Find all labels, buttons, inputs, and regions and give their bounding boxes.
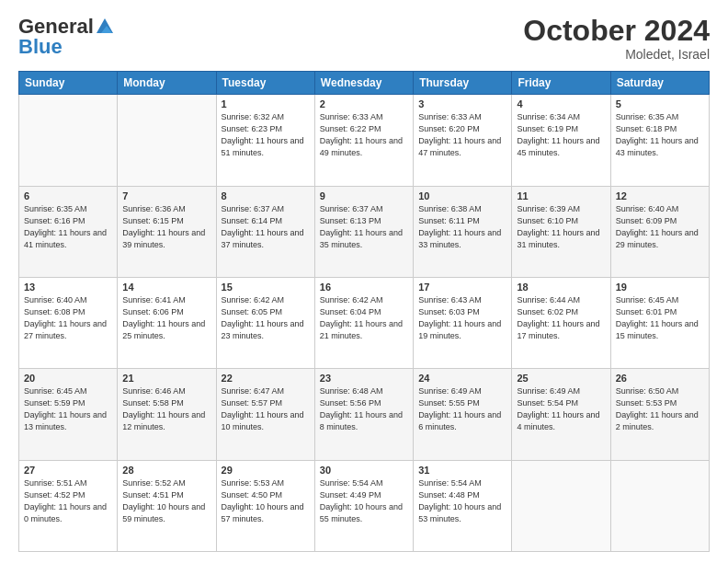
header-saturday: Saturday <box>610 72 709 95</box>
day-cell-18: 17Sunrise: 6:43 AM Sunset: 6:03 PM Dayli… <box>414 277 512 368</box>
day-number: 6 <box>24 190 112 201</box>
day-number: 18 <box>517 282 605 293</box>
day-info: Sunrise: 6:37 AM Sunset: 6:13 PM Dayligh… <box>320 203 408 251</box>
day-cell-10: 9Sunrise: 6:37 AM Sunset: 6:13 PM Daylig… <box>314 186 413 277</box>
day-number: 26 <box>616 373 704 384</box>
day-cell-3: 2Sunrise: 6:33 AM Sunset: 6:22 PM Daylig… <box>314 95 413 186</box>
week-row-4: 20Sunrise: 6:45 AM Sunset: 5:59 PM Dayli… <box>19 369 710 460</box>
day-cell-33 <box>512 460 610 551</box>
day-number: 3 <box>418 98 506 109</box>
day-info: Sunrise: 6:40 AM Sunset: 6:09 PM Dayligh… <box>616 203 704 251</box>
day-cell-4: 3Sunrise: 6:33 AM Sunset: 6:20 PM Daylig… <box>414 95 512 186</box>
day-cell-16: 15Sunrise: 6:42 AM Sunset: 6:05 PM Dayli… <box>216 277 314 368</box>
day-cell-22: 21Sunrise: 6:46 AM Sunset: 5:58 PM Dayli… <box>118 369 216 460</box>
header-monday: Monday <box>118 72 216 95</box>
day-info: Sunrise: 6:50 AM Sunset: 5:53 PM Dayligh… <box>616 385 704 433</box>
day-number: 24 <box>418 373 506 384</box>
day-info: Sunrise: 6:45 AM Sunset: 5:59 PM Dayligh… <box>24 385 112 433</box>
day-cell-19: 18Sunrise: 6:44 AM Sunset: 6:02 PM Dayli… <box>512 277 610 368</box>
day-cell-8: 7Sunrise: 6:36 AM Sunset: 6:15 PM Daylig… <box>118 186 216 277</box>
title-area: October 2024 Moledet, Israel <box>523 15 710 62</box>
day-info: Sunrise: 6:42 AM Sunset: 6:04 PM Dayligh… <box>320 294 408 342</box>
day-info: Sunrise: 6:35 AM Sunset: 6:16 PM Dayligh… <box>24 203 112 251</box>
day-info: Sunrise: 5:54 AM Sunset: 4:48 PM Dayligh… <box>418 477 506 525</box>
day-info: Sunrise: 6:41 AM Sunset: 6:06 PM Dayligh… <box>122 294 210 342</box>
day-number: 29 <box>222 465 310 476</box>
day-info: Sunrise: 6:48 AM Sunset: 5:56 PM Dayligh… <box>320 385 408 433</box>
day-cell-5: 4Sunrise: 6:34 AM Sunset: 6:19 PM Daylig… <box>512 95 610 186</box>
day-number: 4 <box>517 98 605 109</box>
day-info: Sunrise: 6:46 AM Sunset: 5:58 PM Dayligh… <box>122 385 210 433</box>
day-info: Sunrise: 6:36 AM Sunset: 6:15 PM Dayligh… <box>122 203 210 251</box>
day-cell-34 <box>610 460 709 551</box>
day-number: 11 <box>517 190 605 201</box>
day-cell-27: 26Sunrise: 6:50 AM Sunset: 5:53 PM Dayli… <box>610 369 709 460</box>
day-info: Sunrise: 5:51 AM Sunset: 4:52 PM Dayligh… <box>24 477 112 525</box>
day-cell-29: 28Sunrise: 5:52 AM Sunset: 4:51 PM Dayli… <box>118 460 216 551</box>
day-number: 27 <box>24 465 112 476</box>
header-tuesday: Tuesday <box>216 72 314 95</box>
header: General Blue October 2024 Moledet, Israe… <box>18 15 710 62</box>
logo-blue-text: Blue <box>18 35 63 59</box>
week-row-2: 6Sunrise: 6:35 AM Sunset: 6:16 PM Daylig… <box>19 186 710 277</box>
day-info: Sunrise: 6:34 AM Sunset: 6:19 PM Dayligh… <box>517 111 605 159</box>
day-info: Sunrise: 6:40 AM Sunset: 6:08 PM Dayligh… <box>24 294 112 342</box>
logo-icon <box>95 17 115 37</box>
day-info: Sunrise: 6:43 AM Sunset: 6:03 PM Dayligh… <box>418 294 506 342</box>
day-number: 2 <box>320 98 408 109</box>
day-info: Sunrise: 6:42 AM Sunset: 6:05 PM Dayligh… <box>222 294 310 342</box>
header-thursday: Thursday <box>414 72 512 95</box>
day-number: 20 <box>24 373 112 384</box>
day-number: 21 <box>122 373 210 384</box>
day-cell-30: 29Sunrise: 5:53 AM Sunset: 4:50 PM Dayli… <box>216 460 314 551</box>
day-info: Sunrise: 5:53 AM Sunset: 4:50 PM Dayligh… <box>222 477 310 525</box>
day-cell-14: 13Sunrise: 6:40 AM Sunset: 6:08 PM Dayli… <box>19 277 118 368</box>
week-row-1: 1Sunrise: 6:32 AM Sunset: 6:23 PM Daylig… <box>19 95 710 186</box>
day-cell-32: 31Sunrise: 5:54 AM Sunset: 4:48 PM Dayli… <box>414 460 512 551</box>
day-info: Sunrise: 6:45 AM Sunset: 6:01 PM Dayligh… <box>616 294 704 342</box>
day-cell-13: 12Sunrise: 6:40 AM Sunset: 6:09 PM Dayli… <box>610 186 709 277</box>
day-cell-1 <box>118 95 216 186</box>
day-cell-7: 6Sunrise: 6:35 AM Sunset: 6:16 PM Daylig… <box>19 186 118 277</box>
day-number: 15 <box>222 282 310 293</box>
day-cell-2: 1Sunrise: 6:32 AM Sunset: 6:23 PM Daylig… <box>216 95 314 186</box>
day-number: 5 <box>616 98 704 109</box>
location-subtitle: Moledet, Israel <box>523 47 710 62</box>
day-info: Sunrise: 6:35 AM Sunset: 6:18 PM Dayligh… <box>616 111 704 159</box>
week-row-5: 27Sunrise: 5:51 AM Sunset: 4:52 PM Dayli… <box>19 460 710 551</box>
day-number: 1 <box>222 98 310 109</box>
day-info: Sunrise: 5:52 AM Sunset: 4:51 PM Dayligh… <box>122 477 210 525</box>
day-number: 28 <box>122 465 210 476</box>
logo: General Blue <box>18 15 116 59</box>
weekday-header-row: Sunday Monday Tuesday Wednesday Thursday… <box>19 72 710 95</box>
day-number: 10 <box>418 190 506 201</box>
day-number: 17 <box>418 282 506 293</box>
header-sunday: Sunday <box>19 72 118 95</box>
day-cell-6: 5Sunrise: 6:35 AM Sunset: 6:18 PM Daylig… <box>610 95 709 186</box>
day-info: Sunrise: 5:54 AM Sunset: 4:49 PM Dayligh… <box>320 477 408 525</box>
day-info: Sunrise: 6:38 AM Sunset: 6:11 PM Dayligh… <box>418 203 506 251</box>
day-cell-15: 14Sunrise: 6:41 AM Sunset: 6:06 PM Dayli… <box>118 277 216 368</box>
day-cell-11: 10Sunrise: 6:38 AM Sunset: 6:11 PM Dayli… <box>414 186 512 277</box>
day-number: 30 <box>320 465 408 476</box>
day-cell-23: 22Sunrise: 6:47 AM Sunset: 5:57 PM Dayli… <box>216 369 314 460</box>
day-cell-24: 23Sunrise: 6:48 AM Sunset: 5:56 PM Dayli… <box>314 369 413 460</box>
day-info: Sunrise: 6:47 AM Sunset: 5:57 PM Dayligh… <box>222 385 310 433</box>
day-info: Sunrise: 6:37 AM Sunset: 6:14 PM Dayligh… <box>222 203 310 251</box>
day-number: 23 <box>320 373 408 384</box>
day-number: 9 <box>320 190 408 201</box>
month-title: October 2024 <box>523 15 710 47</box>
day-info: Sunrise: 6:49 AM Sunset: 5:54 PM Dayligh… <box>517 385 605 433</box>
header-wednesday: Wednesday <box>314 72 413 95</box>
day-info: Sunrise: 6:49 AM Sunset: 5:55 PM Dayligh… <box>418 385 506 433</box>
day-cell-12: 11Sunrise: 6:39 AM Sunset: 6:10 PM Dayli… <box>512 186 610 277</box>
day-number: 8 <box>222 190 310 201</box>
day-number: 13 <box>24 282 112 293</box>
day-info: Sunrise: 6:39 AM Sunset: 6:10 PM Dayligh… <box>517 203 605 251</box>
day-info: Sunrise: 6:44 AM Sunset: 6:02 PM Dayligh… <box>517 294 605 342</box>
day-cell-26: 25Sunrise: 6:49 AM Sunset: 5:54 PM Dayli… <box>512 369 610 460</box>
day-number: 7 <box>122 190 210 201</box>
day-number: 16 <box>320 282 408 293</box>
day-cell-25: 24Sunrise: 6:49 AM Sunset: 5:55 PM Dayli… <box>414 369 512 460</box>
day-number: 12 <box>616 190 704 201</box>
